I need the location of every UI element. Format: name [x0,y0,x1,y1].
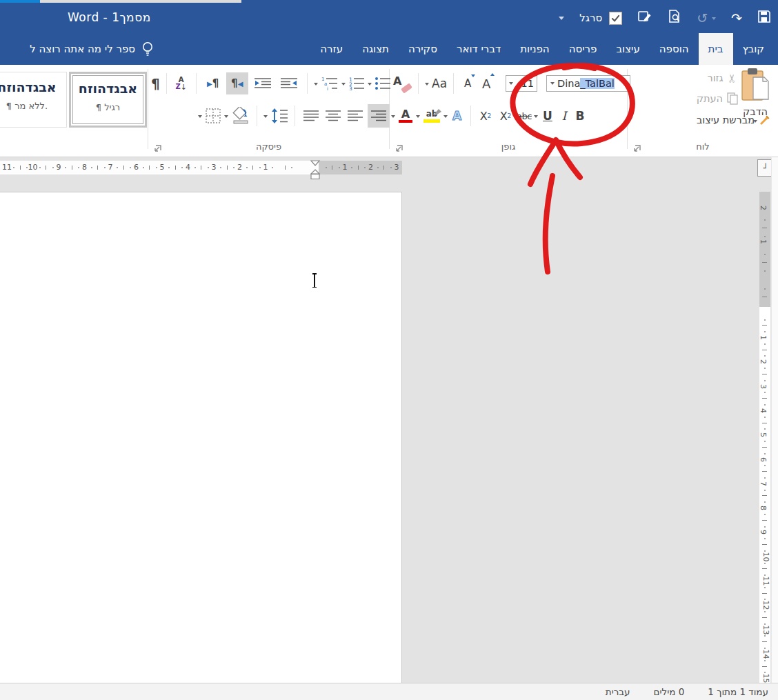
grow-font-icon[interactable]: A [478,74,495,93]
qat-ruler-toggle[interactable]: סרגל [579,12,622,25]
align-justify-icon[interactable] [301,110,321,122]
tab-file[interactable]: קובץ [733,33,775,65]
cut-button[interactable]: ✂ גזור [707,70,737,86]
font-name-value[interactable]: Dina [557,78,580,89]
quick-access-toolbar: סרגל ↺ ↷ [559,3,771,33]
shrink-font-icon[interactable]: A [460,74,475,93]
font-dialog-launcher-icon[interactable] [395,143,403,152]
shading-icon[interactable] [231,107,250,125]
multilevel-list-icon[interactable]: 1ai [321,77,339,90]
ltr-direction-icon[interactable]: ▶ ¶ [203,73,223,94]
tab-design[interactable]: עיצוב [606,33,649,65]
horizontal-ruler[interactable]: 1110987654321123 [0,161,402,174]
superscript-icon[interactable]: X2 [477,110,495,123]
qat-ruler-checkbox[interactable] [609,12,622,25]
paragraph-group-label: פיסקה [148,141,389,152]
vertical-ruler[interactable]: 21123456789101112131415 [759,192,770,683]
clipboard-dialog-launcher-icon[interactable] [632,143,641,152]
paste-button[interactable]: הדבק [735,68,775,137]
word-count[interactable]: 0 מילים [654,686,685,697]
align-left-icon[interactable] [346,110,365,122]
shading-dropdown-icon[interactable] [224,115,228,120]
ruler-mark [762,495,767,496]
font-color-icon[interactable]: A [397,109,414,123]
tab-review[interactable]: סקירה [399,33,447,65]
undo-icon[interactable]: ↺ [697,12,708,25]
numbered-list-icon[interactable]: 123 [348,77,365,90]
underline-dropdown-icon[interactable] [534,115,538,120]
qat-customize-icon[interactable] [559,17,564,23]
document-page[interactable] [0,192,402,683]
font-size-combo[interactable]: 11 [506,75,537,92]
copy-button[interactable]: העתק [697,91,738,106]
align-center-icon[interactable] [323,110,343,122]
hanging-indent-marker[interactable] [311,170,319,174]
line-spacing-dropdown-icon[interactable] [263,115,268,120]
undo-dropdown-icon[interactable] [712,17,716,22]
font-color-dropdown-icon[interactable] [391,115,395,120]
increase-indent-icon[interactable] [277,77,301,90]
paste-dropdown-icon[interactable] [753,120,757,125]
borders-dropdown-icon[interactable] [198,115,202,120]
divider [196,73,197,94]
tab-help[interactable]: עזרה [310,33,352,65]
vertical-scrollbar[interactable] [771,157,778,683]
print-preview-icon[interactable] [667,9,681,27]
bold-icon[interactable]: B [573,110,587,122]
font-name-selected-text[interactable]: _TalBal [580,78,614,89]
change-case-icon[interactable]: Aa [432,78,447,90]
font-name-dropdown-icon[interactable] [550,82,555,87]
ruler-number: 6 [759,457,768,462]
ruler-mark [104,167,106,168]
ruler-mark [762,350,767,350]
show-paragraph-marks-icon[interactable]: ¶ [151,77,160,90]
italic-icon[interactable]: I [557,110,571,122]
tell-me-box[interactable]: ספר לי מה אתה רוצה ל [0,33,154,65]
clear-formatting-icon[interactable]: A [392,74,412,92]
text-effects-icon[interactable]: A [450,109,465,123]
left-indent-marker[interactable] [311,174,319,179]
text-effects-dropdown-icon[interactable] [443,115,448,120]
tab-view[interactable]: תצוגה [352,33,399,65]
editing-mode-icon[interactable] [637,10,652,27]
save-icon[interactable] [757,10,771,26]
change-case-dropdown-icon[interactable] [425,83,429,88]
tab-home[interactable]: בית [699,33,733,65]
rtl-direction-icon[interactable]: ¶ ◀ [226,72,248,94]
ruler-number: 1 [759,335,768,340]
indent-markers[interactable] [306,158,324,180]
tab-mailings[interactable]: דברי דואר [447,33,510,65]
ruler-number: 2 [759,206,768,210]
subscript-icon[interactable]: X2 [497,110,515,123]
style-no-spacing[interactable]: אבגדהוזח ¶ ללא מר. [0,72,67,128]
tab-layout[interactable]: פריסה [559,33,607,65]
line-spacing-icon[interactable] [270,108,288,124]
numbered-list-dropdown-icon[interactable] [341,83,346,88]
highlight-dropdown-icon[interactable] [416,115,420,120]
font-name-combo[interactable]: Dina_TalBal [546,75,630,92]
borders-icon[interactable] [205,108,221,124]
ruler-mark [764,254,766,255]
style-normal[interactable]: אבגדהוזח ¶ רגיל [69,72,147,128]
ruler-number: 1 [263,163,268,172]
tab-insert[interactable]: הוספה [650,33,699,65]
decrease-indent-icon[interactable] [251,77,275,90]
bullet-list-icon[interactable] [375,77,391,90]
redo-icon[interactable]: ↷ [731,12,742,25]
paragraph-dialog-launcher-icon[interactable] [153,143,162,152]
bullet-list-dropdown-icon[interactable] [368,83,372,88]
font-size-value[interactable]: 11 [513,78,534,89]
tab-references[interactable]: הפניות [510,33,559,65]
ruler-number: 13 [761,625,770,634]
language-indicator[interactable]: עברית [606,686,630,697]
page-indicator[interactable]: עמוד 1 מתוך 1 [708,686,768,697]
sort-icon[interactable]: A Z ↓ [173,77,190,91]
strikethrough-icon[interactable]: abc [517,112,532,121]
first-line-indent-marker[interactable] [311,161,319,166]
ruler-mark [764,441,766,442]
ruler-mark [764,526,766,528]
align-right-icon[interactable] [368,104,390,128]
multilevel-list-dropdown-icon[interactable] [314,83,318,88]
highlight-color-icon[interactable]: ab [422,109,441,122]
underline-icon[interactable]: U [540,110,555,122]
